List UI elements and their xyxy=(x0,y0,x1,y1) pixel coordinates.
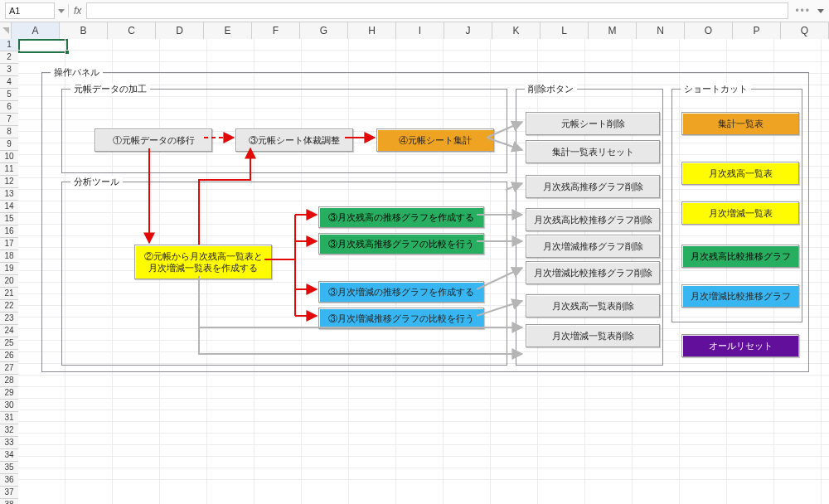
row-header[interactable]: 25 xyxy=(0,337,18,350)
column-header[interactable]: N xyxy=(637,22,685,39)
row-header[interactable]: 2 xyxy=(0,51,18,64)
row-header[interactable]: 8 xyxy=(0,126,18,138)
all-reset-button[interactable]: オールリセット xyxy=(681,334,799,357)
row-header[interactable]: 14 xyxy=(0,201,18,213)
fx-icon[interactable]: fx xyxy=(72,5,83,17)
row-header[interactable]: 10 xyxy=(0,151,18,163)
row-header[interactable]: 31 xyxy=(0,412,18,424)
formula-input[interactable] xyxy=(86,2,788,19)
more-icon[interactable]: ••• xyxy=(792,5,814,17)
delete-button[interactable]: 月次残高一覧表削除 xyxy=(526,294,660,317)
column-header[interactable]: Q xyxy=(781,22,829,39)
row-header[interactable]: 18 xyxy=(0,250,18,263)
analysis-core-button[interactable]: ②元帳から月次残高一覧表と 月次増減一覧表を作成する xyxy=(134,245,272,279)
select-all-icon xyxy=(2,27,9,34)
shortcut-button[interactable]: 月次残高一覧表 xyxy=(681,162,799,185)
row-header[interactable]: 29 xyxy=(0,387,18,400)
row-header[interactable]: 35 xyxy=(0,462,18,474)
row-header[interactable]: 33 xyxy=(0,437,18,449)
graph-balance-compare-button[interactable]: ③月次残高推移グラフの比較を行う xyxy=(318,233,484,254)
column-header[interactable]: M xyxy=(589,22,637,39)
row-header[interactable]: 21 xyxy=(0,288,18,300)
row-header[interactable]: 36 xyxy=(0,474,18,487)
row-header[interactable]: 1 xyxy=(0,39,18,51)
graph-change-create-button[interactable]: ③月次増減の推移グラフを作成する xyxy=(318,281,484,303)
step3-button[interactable]: ③元帳シート体裁調整 xyxy=(235,128,353,152)
select-all-cell[interactable] xyxy=(0,22,12,39)
row-header[interactable]: 34 xyxy=(0,449,18,462)
name-box-dropdown-icon[interactable] xyxy=(58,9,65,13)
row-header[interactable]: 27 xyxy=(0,362,18,375)
column-header[interactable]: F xyxy=(252,22,300,39)
column-header[interactable]: L xyxy=(541,22,589,39)
row-header[interactable]: 17 xyxy=(0,238,18,250)
column-header[interactable]: K xyxy=(492,22,541,39)
shortcut-button[interactable]: 集計一覧表 xyxy=(681,112,799,135)
row-header[interactable]: 28 xyxy=(0,375,18,387)
column-header[interactable]: C xyxy=(108,22,156,39)
row-header[interactable]: 6 xyxy=(0,101,18,114)
shortcut-button[interactable]: 月次残高比較推移グラフ xyxy=(681,245,799,268)
column-header[interactable]: B xyxy=(60,22,108,39)
panel-delete-legend: 削除ボタン xyxy=(525,83,577,95)
column-header[interactable]: E xyxy=(204,22,252,39)
row-header[interactable]: 5 xyxy=(0,89,18,101)
step1-button[interactable]: ①元帳データの移行 xyxy=(95,128,212,152)
row-header[interactable]: 13 xyxy=(0,188,18,201)
row-header[interactable]: 19 xyxy=(0,263,18,275)
delete-button[interactable]: 集計一覧表リセット xyxy=(526,140,660,163)
row-header[interactable]: 23 xyxy=(0,313,18,325)
graph-balance-create-button[interactable]: ③月次残高の推移グラフを作成する xyxy=(318,206,484,228)
row-header[interactable]: 20 xyxy=(0,275,18,288)
shortcut-button[interactable]: 月次増減一覧表 xyxy=(681,201,799,225)
row-header[interactable]: 32 xyxy=(0,424,18,437)
column-header[interactable]: A xyxy=(12,22,60,39)
shortcut-button[interactable]: 月次増減比較推移グラフ xyxy=(681,284,799,308)
step4-button[interactable]: ④元帳シート集計 xyxy=(376,128,494,152)
row-header[interactable]: 4 xyxy=(0,76,18,89)
row-headers: 1234567891011121314151617181920212223242… xyxy=(0,39,19,504)
column-headers: ABCDEFGHIJKLMNOPQ xyxy=(0,22,829,40)
expand-formula-bar-icon[interactable] xyxy=(817,9,824,13)
diagram-canvas: 操作パネル 元帳データの加工 削除ボタン ショートカット 分析ツール ①元帳デー… xyxy=(18,39,829,504)
panel-data-legend: 元帳データの加工 xyxy=(70,83,150,95)
row-header[interactable]: 26 xyxy=(0,350,18,362)
delete-button[interactable]: 月次増減推移グラフ削除 xyxy=(526,235,660,258)
delete-button[interactable]: 元帳シート削除 xyxy=(526,112,660,135)
delete-button[interactable]: 月次増減一覧表削除 xyxy=(526,324,660,347)
row-header[interactable]: 7 xyxy=(0,114,18,126)
row-header[interactable]: 38 xyxy=(0,499,18,504)
panel-analysis-legend: 分析ツール xyxy=(70,176,123,188)
row-header[interactable]: 16 xyxy=(0,225,18,238)
panel-main-legend: 操作パネル xyxy=(51,66,103,79)
graph-change-compare-button[interactable]: ③月次増減推移グラフの比較を行う xyxy=(318,308,484,329)
delete-button[interactable]: 月次残高比較推移グラフ削除 xyxy=(526,208,660,231)
spreadsheet: ABCDEFGHIJKLMNOPQ 1234567891011121314151… xyxy=(0,22,829,504)
delete-button[interactable]: 月次残高推移グラフ削除 xyxy=(526,175,660,198)
row-header[interactable]: 24 xyxy=(0,325,18,337)
column-header[interactable]: G xyxy=(300,22,348,39)
column-header[interactable]: P xyxy=(733,22,781,39)
name-box[interactable]: A1 xyxy=(5,2,55,19)
column-header[interactable]: J xyxy=(444,22,492,39)
row-header[interactable]: 37 xyxy=(0,487,18,499)
row-header[interactable]: 3 xyxy=(0,64,18,76)
row-header[interactable]: 22 xyxy=(0,300,18,313)
row-header[interactable]: 30 xyxy=(0,400,18,412)
row-header[interactable]: 12 xyxy=(0,176,18,188)
formula-bar: A1 fx ••• xyxy=(0,0,829,22)
column-header[interactable]: O xyxy=(685,22,733,39)
panel-shortcut-legend: ショートカット xyxy=(681,83,751,95)
column-header[interactable]: I xyxy=(396,22,444,39)
column-header[interactable]: H xyxy=(348,22,396,39)
row-header[interactable]: 11 xyxy=(0,163,18,176)
separator xyxy=(68,4,69,17)
column-header[interactable]: D xyxy=(156,22,204,39)
row-header[interactable]: 9 xyxy=(0,138,18,151)
delete-button[interactable]: 月次増減比較推移グラフ削除 xyxy=(526,261,660,284)
row-header[interactable]: 15 xyxy=(0,213,18,225)
